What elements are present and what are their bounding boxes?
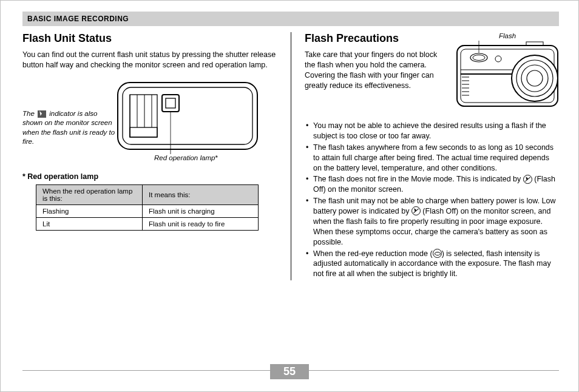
red-operation-lamp-subheading: * Red operation lamp: [22, 172, 279, 181]
column-right: Flash Precautions Take care that your fi…: [291, 32, 559, 280]
table-row: Flashing Flash unit is charging: [36, 204, 259, 217]
list-item: You may not be able to achieve the desir…: [305, 121, 559, 141]
red-operation-lamp-callout: Red operation lamp: [154, 154, 215, 161]
intro-left: You can find out the current flash unit …: [22, 50, 279, 70]
cell-charging: Flash unit is charging: [143, 204, 259, 217]
cell-flashing: Flashing: [36, 204, 143, 217]
bullet-5a: When the red-eye reduction mode (: [313, 249, 433, 258]
table-header-state: When the red operation lamp is this:: [36, 184, 143, 204]
red-operation-lamp-table: When the red operation lamp is this: It …: [36, 184, 259, 231]
heading-flash-precautions: Flash Precautions: [305, 32, 447, 45]
precautions-list: You may not be able to achieve the desir…: [305, 121, 559, 279]
caption-before: The: [22, 110, 36, 117]
flash-callout-label: Flash: [456, 32, 559, 39]
svg-rect-0: [118, 83, 257, 149]
intro-right: Take care that your fingers do not block…: [305, 50, 447, 91]
column-left: Flash Unit Status You can find out the c…: [22, 32, 291, 280]
cell-lit: Lit: [36, 217, 143, 230]
list-item: The flash takes anywhere from a few seco…: [305, 143, 559, 174]
red-eye-icon: [433, 249, 442, 258]
heading-flash-unit-status: Flash Unit Status: [22, 32, 279, 45]
svg-point-16: [512, 55, 558, 101]
svg-rect-4: [162, 95, 179, 112]
camera-front-illustration: [456, 41, 559, 107]
flash-off-icon: [523, 175, 532, 184]
flash-off-icon: [411, 206, 421, 215]
monitor-indicator-caption: The indicator is also shown on the monit…: [22, 81, 117, 147]
section-header: BASIC IMAGE RECORDING: [22, 12, 559, 26]
flash-ready-icon: [38, 110, 46, 118]
page-number: 55: [270, 364, 309, 379]
bullet-3a: The flash does not fire in the Movie mod…: [313, 175, 523, 183]
table-header-meaning: It means this:: [143, 184, 259, 204]
list-item: The flash unit may not be able to charge…: [305, 196, 559, 247]
subhead-text: Red operation lamp: [27, 172, 98, 181]
table-row: Lit Flash unit is ready to fire: [36, 217, 259, 230]
list-item: When the red-eye reduction mode () is se…: [305, 249, 559, 280]
cell-ready: Flash unit is ready to fire: [143, 217, 259, 230]
camera-back-illustration: Red operation lamp*: [117, 81, 259, 160]
asterisk: *: [215, 154, 217, 161]
list-item: The flash does not fire in the Movie mod…: [305, 174, 559, 195]
